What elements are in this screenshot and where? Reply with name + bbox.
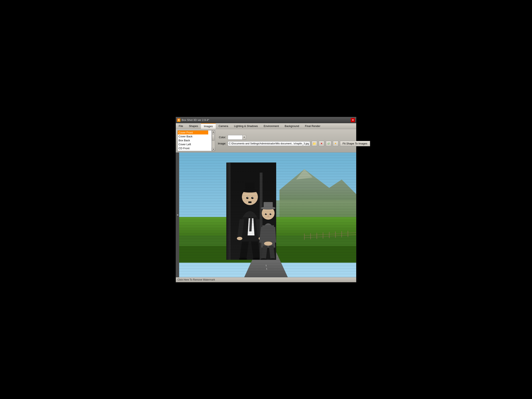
close-button[interactable]: ✕ [351, 118, 355, 122]
image-row: Image: C:\Documents and Settings\Adminis… [217, 141, 370, 146]
list-item-cover-front[interactable]: Cover Front [178, 131, 208, 134]
title-bar: B Box Shot 3D ver 2.9.4* ✕ [176, 117, 356, 123]
book-cover [230, 163, 276, 260]
list-item-cover-back[interactable]: Cover Back [178, 134, 208, 138]
menu-final-render[interactable]: Final Render [302, 123, 323, 129]
scroll-thumb[interactable] [212, 134, 215, 141]
app-icon: B [177, 119, 180, 122]
list-item-cd-front[interactable]: CD Front [178, 146, 208, 150]
panel-arrow-icon[interactable]: ◀ [177, 214, 178, 216]
3d-book-shape [226, 163, 276, 260]
menu-images[interactable]: Images [201, 123, 216, 129]
left-panel: ◀ [176, 152, 179, 277]
scroll-down-button[interactable]: ▼ [212, 148, 215, 151]
title-bar-left: B Box Shot 3D ver 2.9.4* [177, 119, 209, 122]
status-bar[interactable]: Click Here To Remove Watermark [176, 277, 356, 282]
image-label: Image: [217, 142, 226, 145]
menu-camera[interactable]: Camera [216, 123, 231, 129]
main-window: B Box Shot 3D ver 2.9.4* ✕ File Shapes I… [176, 117, 356, 282]
window-title: Box Shot 3D ver 2.9.4* [182, 119, 209, 121]
color-dropdown-arrow[interactable]: ▼ [242, 135, 246, 140]
refresh-icon: ↺ [327, 142, 330, 145]
list-item-cover-left[interactable]: Cover Left [178, 142, 208, 146]
delete-button[interactable]: ✕ [319, 141, 324, 146]
menu-file[interactable]: File [176, 123, 186, 129]
chaplin-scene-svg [230, 163, 276, 260]
menu-shapes[interactable]: Shapes [186, 123, 201, 129]
watermark-text[interactable]: Click Here To Remove Watermark [177, 278, 215, 281]
book-spine [226, 162, 230, 260]
scroll-track[interactable] [212, 133, 215, 148]
delete-icon: ✕ [320, 142, 323, 145]
folder-button[interactable]: 📁 [312, 141, 317, 146]
image-path-display: C:\Documents and Settings\Administrador\… [228, 141, 310, 146]
viewport: ◀ [176, 152, 356, 277]
color-label: Color: [217, 136, 226, 139]
svg-rect-62 [230, 163, 276, 260]
folder-icon: 📁 [313, 142, 316, 145]
star-icon: ✦ [334, 142, 337, 145]
color-combo[interactable]: ▼ [228, 135, 246, 140]
refresh-button[interactable]: ↺ [326, 141, 331, 146]
image-list[interactable]: Cover Front Cover Back Box Back Cover Le… [177, 130, 212, 151]
list-item-box-back[interactable]: Box Back [178, 138, 208, 142]
color-box[interactable] [228, 135, 242, 140]
menu-background[interactable]: Background [282, 123, 302, 129]
fit-shape-button[interactable]: Fit Shape To Images [340, 141, 370, 146]
scroll-up-button[interactable]: ▲ [212, 131, 215, 133]
controls-panel: Color: ▼ Image: C:\Documents and Setting… [217, 135, 370, 146]
list-scrollbar[interactable]: ▲ ▼ [212, 130, 215, 151]
menu-bar: File Shapes Images Camera Lighting & Sha… [176, 123, 356, 129]
menu-environment[interactable]: Environment [261, 123, 282, 129]
color-row: Color: ▼ [217, 135, 370, 140]
toolbar: Cover Front Cover Back Box Back Cover Le… [176, 129, 356, 152]
menu-lighting-shadows[interactable]: Lighting & Shadows [231, 123, 261, 129]
list-panel: Cover Front Cover Back Box Back Cover Le… [177, 130, 215, 151]
extra-button[interactable]: ✦ [333, 141, 338, 146]
